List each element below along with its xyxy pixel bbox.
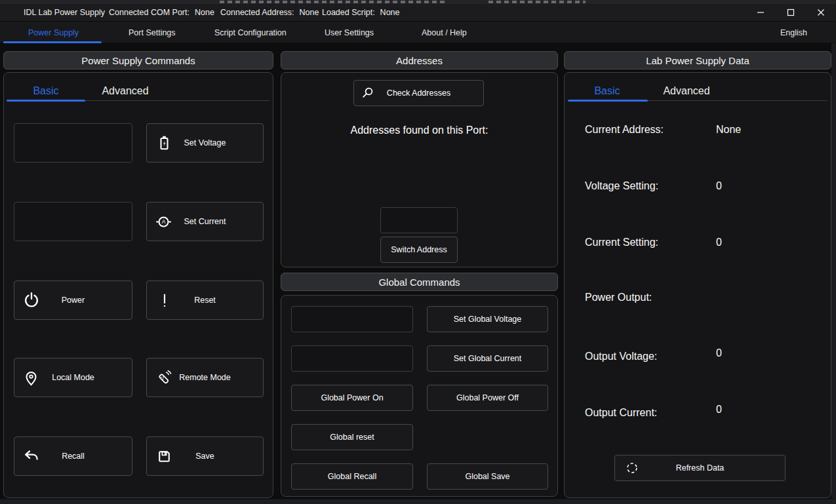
com-port-value: None [195,8,214,17]
reset-label: Reset [194,296,216,305]
refresh-data-button[interactable]: Refresh Data [614,455,786,481]
set-global-voltage-label: Set Global Voltage [454,315,522,324]
power-label: Power [62,296,85,305]
save-label: Save [195,452,214,461]
global-power-on-label: Global Power On [321,393,383,402]
refresh-data-label: Refresh Data [676,463,725,473]
current-input[interactable] [14,202,132,241]
output-current-field-label: Output Current: [585,407,657,419]
active-tab-indicator [3,41,102,43]
check-addresses-button[interactable]: Check Addresses [353,80,484,106]
global-power-off-label: Global Power Off [456,393,519,402]
title-bar: IDL Lab Power Supply Connected COM Port:… [0,4,836,21]
data-active-tab-indicator [568,100,648,102]
language-selector[interactable]: English [780,22,807,43]
local-mode-button[interactable]: Local Mode [14,358,132,397]
reset-button[interactable]: Reset [146,281,264,320]
data-panel-title: Lab Power Supply Data [646,55,749,66]
minimize-icon [757,9,765,16]
commands-panel-header: Power Supply Commands [3,51,273,69]
floppy-save-icon [156,448,172,465]
tab-about-help[interactable]: About / Help [422,22,467,43]
main-nav: Power Supply Port Settings Script Config… [0,21,836,43]
check-addresses-label: Check Addresses [387,88,450,98]
current-setting-field-label: Current Setting: [585,237,658,248]
battery-voltage-icon [156,135,172,151]
global-save-button[interactable]: Global Save [427,463,548,490]
close-icon [817,9,825,16]
global-recall-label: Global Recall [328,472,376,481]
data-tab-divider [648,100,827,101]
connected-address-status: Connected Address: None [220,4,319,21]
remote-control-icon [155,369,172,387]
loaded-script-label: Loaded Script: [322,8,375,17]
global-reset-button[interactable]: Global reset [291,424,413,450]
set-voltage-label: Set Voltage [184,138,226,147]
loaded-script-status: Loaded Script: None [322,4,400,21]
global-current-input[interactable] [291,345,413,372]
vertical-scrollbar-track[interactable] [831,43,836,499]
global-reset-label: Global reset [330,433,374,442]
remote-mode-button[interactable]: Remote Mode [146,358,264,397]
global-commands-header: Global Commands [281,273,558,291]
global-recall-button[interactable]: Global Recall [291,463,413,490]
power-button[interactable]: Power [14,281,132,320]
power-icon [22,291,41,309]
svg-text:A: A [162,218,166,225]
recall-button[interactable]: Recall [14,436,132,476]
remote-mode-label: Remote Mode [179,373,231,382]
maximize-button[interactable] [776,4,806,21]
com-port-status: Connected COM Port: None [109,4,214,21]
current-address-field-value: None [716,124,741,136]
set-global-current-label: Set Global Current [454,354,522,363]
connected-address-label: Connected Address: [220,8,294,17]
data-panel-header: Lab Power Supply Data [564,51,831,69]
clipped-text-fragment [220,1,446,3]
switch-address-input[interactable] [380,207,458,233]
commands-tab-basic[interactable]: Basic [26,84,66,98]
maximize-icon [787,9,795,16]
ammeter-icon: A [155,213,172,231]
global-save-label: Global Save [465,472,509,481]
save-button[interactable]: Save [146,436,264,476]
global-power-off-button[interactable]: Global Power Off [427,385,548,411]
tab-user-settings[interactable]: User Settings [325,22,374,43]
tab-script-configuration[interactable]: Script Configuration [214,22,287,43]
current-setting-field-value: 0 [716,237,722,248]
global-commands-title: Global Commands [378,277,460,288]
com-port-label: Connected COM Port: [109,8,189,17]
set-global-current-button[interactable]: Set Global Current [427,345,548,372]
search-icon [360,85,376,101]
addresses-panel-header: Addresses [281,51,558,69]
commands-tab-advanced[interactable]: Advanced [98,84,152,98]
minimize-button[interactable] [746,4,776,21]
set-voltage-button[interactable]: Set Voltage [146,123,264,163]
global-power-on-button[interactable]: Global Power On [291,385,413,411]
data-tab-basic[interactable]: Basic [587,84,627,98]
voltage-input[interactable] [14,123,132,163]
set-current-button[interactable]: A Set Current [146,202,264,241]
horizontal-scrollbar-track[interactable] [0,499,836,504]
output-voltage-field-value: 0 [716,347,722,359]
app-title: IDL Lab Power Supply [24,4,105,21]
output-current-field-value: 0 [716,404,722,416]
voltage-setting-field-value: 0 [716,180,722,192]
data-panel [564,72,831,498]
output-voltage-field-label: Output Voltage: [585,351,657,362]
clipped-text-fragment [488,1,586,3]
power-output-field-label: Power Output: [585,292,652,303]
location-pin-icon [22,369,40,387]
addresses-found-caption: Addresses found on this Port: [281,125,558,136]
app-window: IDL Lab Power Supply Connected COM Port:… [0,0,836,504]
global-voltage-input[interactable] [291,306,413,332]
commands-panel-title: Power Supply Commands [81,55,195,66]
recall-label: Recall [62,452,85,461]
switch-address-button[interactable]: Switch Address [380,237,458,263]
commands-active-tab-indicator [7,100,85,102]
reset-bar-icon [156,292,173,309]
set-global-voltage-button[interactable]: Set Global Voltage [427,306,548,332]
data-tab-advanced[interactable]: Advanced [660,84,713,98]
tab-port-settings[interactable]: Port Settings [129,22,176,43]
tab-power-supply[interactable]: Power Supply [28,22,79,43]
close-button[interactable] [806,4,836,21]
